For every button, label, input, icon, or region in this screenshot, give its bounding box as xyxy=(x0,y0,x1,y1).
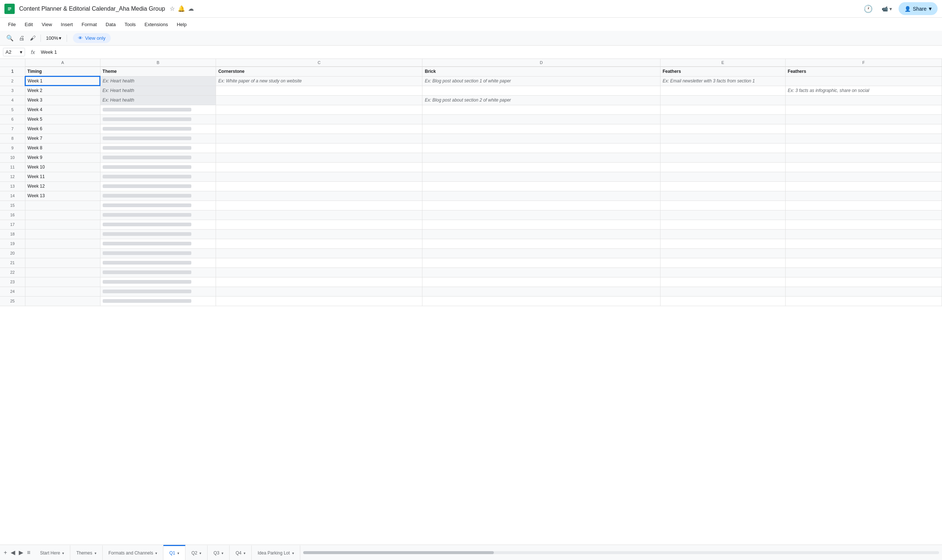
cloud-icon[interactable]: ☁ xyxy=(188,5,194,12)
cell-reference[interactable]: A2 ▾ xyxy=(3,48,25,56)
cell-a25[interactable] xyxy=(25,296,100,306)
sheet-nav-left[interactable]: ◀ xyxy=(9,548,17,557)
cell-d12[interactable] xyxy=(422,172,660,182)
cell-e20[interactable] xyxy=(660,248,785,258)
cell-d15[interactable] xyxy=(422,200,660,210)
sheet-menu-button[interactable]: ≡ xyxy=(25,548,32,557)
cell-c14[interactable] xyxy=(216,191,422,200)
cell-a4[interactable]: Week 3 xyxy=(25,95,100,105)
cell-c13[interactable] xyxy=(216,182,422,191)
cell-d10[interactable] xyxy=(422,153,660,162)
cell-e1[interactable]: Feathers xyxy=(660,66,785,76)
cell-d25[interactable] xyxy=(422,296,660,306)
cell-e23[interactable] xyxy=(660,277,785,287)
add-sheet-button[interactable]: + xyxy=(2,548,8,557)
alert-icon[interactable]: 🔔 xyxy=(178,5,185,12)
cell-e21[interactable] xyxy=(660,258,785,268)
cell-b22[interactable] xyxy=(100,268,216,277)
cell-f25[interactable] xyxy=(785,296,942,306)
cell-e6[interactable] xyxy=(660,114,785,124)
cell-f7[interactable] xyxy=(785,124,942,134)
cell-a17[interactable] xyxy=(25,220,100,229)
cell-e7[interactable] xyxy=(660,124,785,134)
cell-d4[interactable]: Ex: Blog post about section 2 of white p… xyxy=(422,95,660,105)
cell-b12[interactable] xyxy=(100,172,216,182)
cell-d19[interactable] xyxy=(422,239,660,248)
cell-d6[interactable] xyxy=(422,114,660,124)
cell-b15[interactable] xyxy=(100,200,216,210)
cell-f8[interactable] xyxy=(785,134,942,143)
cell-f9[interactable] xyxy=(785,143,942,153)
cell-b9[interactable] xyxy=(100,143,216,153)
cell-d8[interactable] xyxy=(422,134,660,143)
cell-b23[interactable] xyxy=(100,277,216,287)
cell-b5[interactable] xyxy=(100,105,216,114)
cell-d24[interactable] xyxy=(422,287,660,296)
col-header-d[interactable]: D xyxy=(422,59,660,66)
cell-b19[interactable] xyxy=(100,239,216,248)
menu-view[interactable]: View xyxy=(38,20,55,29)
cell-a13[interactable]: Week 12 xyxy=(25,182,100,191)
print-button[interactable]: 🖨 xyxy=(17,33,26,43)
cell-d16[interactable] xyxy=(422,210,660,220)
cell-b1[interactable]: Theme xyxy=(100,66,216,76)
cell-d1[interactable]: Brick xyxy=(422,66,660,76)
search-button[interactable]: 🔍 xyxy=(5,33,15,43)
sheet-tab-formats-and-channels[interactable]: Formats and Channels▾ xyxy=(103,545,163,560)
spreadsheet-container[interactable]: A B C D E F 1 Timing Theme Cornerstone B… xyxy=(0,59,942,545)
cell-b25[interactable] xyxy=(100,296,216,306)
cell-c16[interactable] xyxy=(216,210,422,220)
cell-f1[interactable]: Feathers xyxy=(785,66,942,76)
cell-d23[interactable] xyxy=(422,277,660,287)
cell-a20[interactable] xyxy=(25,248,100,258)
cell-a15[interactable] xyxy=(25,200,100,210)
cell-c10[interactable] xyxy=(216,153,422,162)
cell-c2[interactable]: Ex: White paper of a new study on websit… xyxy=(216,76,422,86)
cell-c17[interactable] xyxy=(216,220,422,229)
cell-a14[interactable]: Week 13 xyxy=(25,191,100,200)
cell-a1[interactable]: Timing xyxy=(25,66,100,76)
cell-f15[interactable] xyxy=(785,200,942,210)
cell-c15[interactable] xyxy=(216,200,422,210)
cell-c19[interactable] xyxy=(216,239,422,248)
share-button[interactable]: 👤 Share ▾ xyxy=(899,2,937,15)
cell-a22[interactable] xyxy=(25,268,100,277)
cell-b10[interactable] xyxy=(100,153,216,162)
menu-extensions[interactable]: Extensions xyxy=(141,20,172,29)
cell-e5[interactable] xyxy=(660,105,785,114)
menu-data[interactable]: Data xyxy=(102,20,119,29)
cell-c25[interactable] xyxy=(216,296,422,306)
cell-e17[interactable] xyxy=(660,220,785,229)
sheet-tab-idea-parking-lot[interactable]: Idea Parking Lot▾ xyxy=(252,545,300,560)
sheet-tab-themes[interactable]: Themes▾ xyxy=(70,545,102,560)
cell-f24[interactable] xyxy=(785,287,942,296)
menu-insert[interactable]: Insert xyxy=(57,20,77,29)
cell-d3[interactable] xyxy=(422,86,660,95)
menu-format[interactable]: Format xyxy=(78,20,100,29)
cell-c7[interactable] xyxy=(216,124,422,134)
cell-e12[interactable] xyxy=(660,172,785,182)
cell-b14[interactable] xyxy=(100,191,216,200)
cell-b24[interactable] xyxy=(100,287,216,296)
cell-e25[interactable] xyxy=(660,296,785,306)
sheet-tab-q3[interactable]: Q3▾ xyxy=(208,545,229,560)
cell-b16[interactable] xyxy=(100,210,216,220)
cell-c23[interactable] xyxy=(216,277,422,287)
cell-b8[interactable] xyxy=(100,134,216,143)
cell-d5[interactable] xyxy=(422,105,660,114)
view-only-button[interactable]: 👁 View only xyxy=(73,33,110,43)
cell-c4[interactable] xyxy=(216,95,422,105)
paint-format-button[interactable]: 🖌 xyxy=(28,33,37,43)
sheet-nav-right[interactable]: ▶ xyxy=(17,548,25,557)
cell-c24[interactable] xyxy=(216,287,422,296)
menu-file[interactable]: File xyxy=(5,20,20,29)
cell-f22[interactable] xyxy=(785,268,942,277)
cell-e14[interactable] xyxy=(660,191,785,200)
cell-f14[interactable] xyxy=(785,191,942,200)
cell-c12[interactable] xyxy=(216,172,422,182)
cell-a8[interactable]: Week 7 xyxy=(25,134,100,143)
cell-f4[interactable] xyxy=(785,95,942,105)
cell-c1[interactable]: Cornerstone xyxy=(216,66,422,76)
cell-e3[interactable] xyxy=(660,86,785,95)
cell-f13[interactable] xyxy=(785,182,942,191)
